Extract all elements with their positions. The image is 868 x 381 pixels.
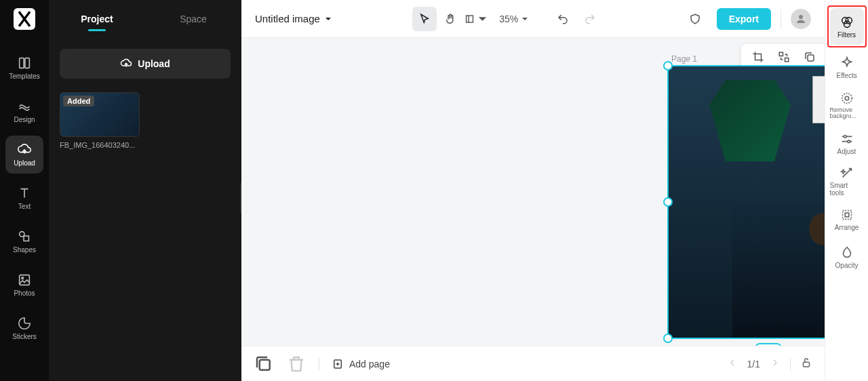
templates-tool[interactable]: Templates: [5, 49, 43, 87]
rb-adjust-label: Adjust: [837, 148, 856, 155]
rb-filters[interactable]: Filters: [830, 8, 864, 45]
rb-arrange[interactable]: Arrange: [830, 201, 864, 237]
adjust-icon: [840, 132, 854, 146]
artboard-tool-button[interactable]: [464, 7, 488, 31]
bottombar: Add page 1/1: [241, 346, 825, 381]
scene-calendar: [812, 76, 825, 123]
chevron-down-icon: [477, 13, 488, 25]
templates-label: Templates: [9, 73, 40, 80]
stickers-label: Stickers: [12, 333, 37, 340]
rb-adjust[interactable]: Adjust: [830, 125, 864, 161]
zoom-value: 35%: [499, 14, 518, 24]
svg-rect-6: [467, 16, 473, 22]
hand-icon: [444, 13, 456, 25]
text-tool[interactable]: Text: [5, 179, 43, 217]
svg-rect-25: [845, 213, 849, 217]
arrange-icon: [840, 207, 854, 222]
add-page-button[interactable]: Add page: [332, 358, 390, 370]
title-text: Untitled image: [255, 13, 320, 24]
svg-rect-1: [25, 58, 29, 68]
undo-redo-group: [551, 7, 602, 31]
hand-tool-button[interactable]: [438, 7, 462, 31]
select-tool-button[interactable]: [412, 7, 437, 31]
panel-tabs: Project Space: [49, 0, 241, 38]
media-filename: FB_IMG_166403240...: [60, 141, 231, 149]
media-thumbnail[interactable]: Added: [60, 92, 140, 137]
shapes-label: Shapes: [13, 246, 36, 254]
layers-button[interactable]: [254, 354, 274, 374]
add-page-label: Add page: [349, 359, 390, 369]
next-page-button[interactable]: [770, 357, 781, 370]
cloud-upload-icon: [120, 58, 132, 70]
rb-opacity-label: Opacity: [835, 262, 859, 269]
undo-button[interactable]: [551, 7, 575, 31]
rb-arrange-label: Arrange: [835, 224, 859, 231]
svg-point-18: [846, 17, 852, 23]
trash-icon: [286, 354, 307, 374]
rb-effects[interactable]: Effects: [830, 49, 864, 85]
design-label: Design: [14, 116, 35, 123]
tab-project[interactable]: Project: [49, 14, 145, 24]
tab-space[interactable]: Space: [145, 14, 241, 24]
added-badge: Added: [63, 96, 94, 106]
rb-smart-label: Smart tools: [830, 182, 864, 197]
rotate-handle[interactable]: [755, 343, 781, 346]
stickers-icon: [17, 316, 32, 331]
design-tool[interactable]: Design: [5, 92, 43, 130]
rb-effects-label: Effects: [836, 72, 856, 79]
svg-rect-14: [260, 359, 270, 369]
effects-icon: [840, 56, 854, 71]
document-title[interactable]: Untitled image: [255, 13, 332, 24]
chevron-right-icon: [770, 357, 781, 368]
shield-button[interactable]: [683, 7, 707, 31]
page-frame[interactable]: [667, 65, 825, 339]
far-left-sidebar: Templates Design Upload Text Shapes Phot…: [0, 0, 49, 381]
svg-rect-16: [804, 362, 810, 367]
zoom-control[interactable]: 35%: [499, 14, 529, 24]
shield-icon: [689, 13, 701, 25]
delete-button[interactable]: [286, 354, 307, 374]
resize-handle-bl[interactable]: [663, 334, 673, 343]
artboard-icon: [464, 13, 475, 25]
stickers-tool[interactable]: Stickers: [5, 309, 43, 347]
upload-button-label: Upload: [138, 58, 170, 69]
filters-highlight: Filters: [827, 5, 867, 47]
photos-label: Photos: [14, 289, 35, 297]
export-button[interactable]: Export: [717, 8, 771, 30]
rb-filters-label: Filters: [837, 31, 856, 39]
project-panel: Project Space Upload Added FB_IMG_166403…: [49, 0, 241, 381]
lock-button[interactable]: [800, 357, 812, 371]
svg-point-19: [844, 21, 850, 27]
media-item[interactable]: Added FB_IMG_166403240...: [60, 92, 231, 149]
resize-handle-tl[interactable]: [663, 61, 673, 71]
cursor-icon: [418, 13, 431, 25]
templates-icon: [17, 56, 32, 71]
svg-point-5: [22, 277, 24, 279]
canvas[interactable]: Page 1 Filters Coconut: [241, 38, 825, 346]
rb-remove-bg[interactable]: Remove backgro...: [830, 87, 864, 123]
rb-smart-tools[interactable]: Smart tools: [830, 163, 864, 199]
upload-icon: [17, 142, 32, 157]
layers-icon: [254, 354, 274, 374]
avatar[interactable]: [791, 9, 811, 29]
photos-tool[interactable]: Photos: [5, 266, 43, 304]
page-indicator: 1/1: [747, 359, 760, 369]
app-logo[interactable]: [14, 8, 35, 30]
divider: [319, 357, 319, 371]
main-area: Untitled image 35% Export: [241, 0, 825, 381]
divider: [790, 357, 791, 371]
chevron-left-icon: [727, 357, 738, 368]
rb-opacity[interactable]: Opacity: [830, 239, 864, 275]
shapes-tool[interactable]: Shapes: [5, 222, 43, 260]
svg-rect-3: [24, 236, 28, 241]
right-sidebar: Filters Effects Remove backgro... Adjust…: [825, 0, 868, 381]
add-page-icon: [332, 358, 344, 370]
prev-page-button[interactable]: [727, 357, 738, 370]
upload-tool[interactable]: Upload: [5, 136, 43, 174]
chevron-down-icon: [521, 15, 529, 23]
upload-button[interactable]: Upload: [60, 49, 231, 79]
shapes-icon: [17, 229, 32, 244]
redo-button[interactable]: [578, 7, 602, 31]
resize-handle-ml[interactable]: [663, 197, 673, 207]
svg-rect-0: [20, 58, 24, 68]
